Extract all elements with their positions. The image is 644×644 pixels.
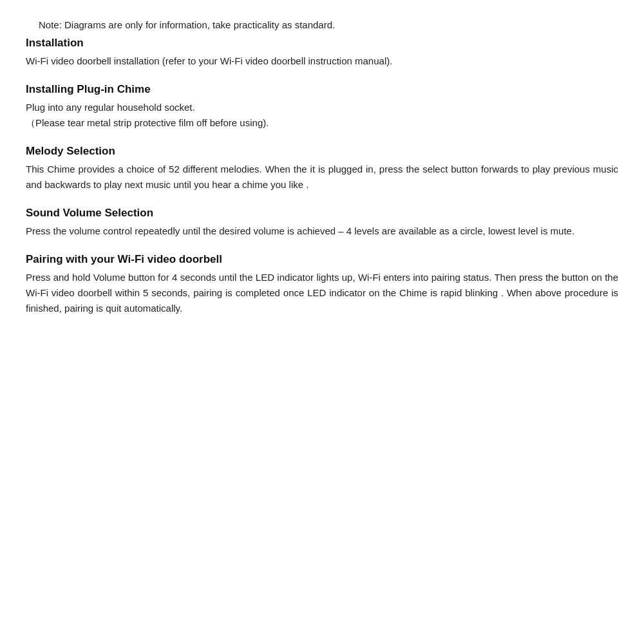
section-title-sound-volume-selection: Sound Volume Selection <box>26 207 618 220</box>
section-body-installation: Wi-Fi video doorbell installation (refer… <box>26 53 618 69</box>
section-extra-installing-plug-in-chime: （Please tear metal strip protective film… <box>26 117 269 128</box>
section-body-sound-volume-selection: Press the volume control repeatedly unti… <box>26 223 618 239</box>
section-title-installing-plug-in-chime: Installing Plug-in Chime <box>26 83 618 96</box>
section-melody-selection: Melody SelectionThis Chime provides a ch… <box>26 145 618 193</box>
section-title-pairing-wifi: Pairing with your Wi-Fi video doorbell <box>26 253 618 266</box>
section-body-melody-selection: This Chime provides a choice of 52 diffe… <box>26 162 618 193</box>
page: Note: Diagrams are only for information,… <box>0 0 644 644</box>
section-title-installation: Installation <box>26 37 618 50</box>
section-title-melody-selection: Melody Selection <box>26 145 618 158</box>
note-text: Note: Diagrams are only for information,… <box>26 19 618 30</box>
section-body-pairing-wifi: Press and hold Volume button for 4 secon… <box>26 270 618 316</box>
section-body-installing-plug-in-chime: Plug into any regular household socket. <box>26 100 618 115</box>
section-pairing-wifi: Pairing with your Wi-Fi video doorbellPr… <box>26 253 618 316</box>
section-installation: InstallationWi-Fi video doorbell install… <box>26 37 618 69</box>
section-installing-plug-in-chime: Installing Plug-in ChimePlug into any re… <box>26 83 618 131</box>
section-sound-volume-selection: Sound Volume SelectionPress the volume c… <box>26 207 618 239</box>
